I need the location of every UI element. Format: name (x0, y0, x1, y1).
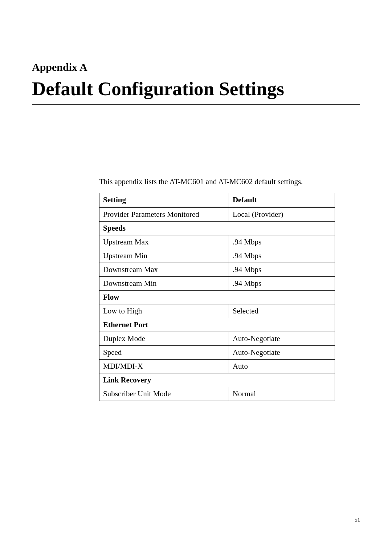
settings-table: Setting Default Provider Parameters Moni… (99, 193, 335, 401)
section-flow: Flow (99, 291, 335, 304)
cell-default: Normal (229, 387, 335, 401)
table-section-row: Speeds (99, 222, 335, 235)
cell-setting: Upstream Min (99, 249, 229, 263)
table-row: Downstream Min .94 Mbps (99, 277, 335, 291)
cell-setting: Low to High (99, 304, 229, 318)
cell-default: Auto-Negotiate (229, 346, 335, 360)
cell-setting: Provider Parameters Monitored (99, 207, 229, 222)
cell-setting: Speed (99, 346, 229, 360)
table-header-row: Setting Default (99, 193, 335, 207)
table-row: Downstream Max .94 Mbps (99, 263, 335, 277)
main-title: Default Configuration Settings (32, 78, 360, 105)
cell-setting: Downstream Min (99, 277, 229, 291)
cell-default: .94 Mbps (229, 277, 335, 291)
table-row: MDI/MDI-X Auto (99, 360, 335, 373)
cell-default: Local (Provider) (229, 207, 335, 222)
table-row: Subscriber Unit Mode Normal (99, 387, 335, 401)
table-section-row: Link Recovery (99, 373, 335, 387)
content-area: This appendix lists the AT-MC601 and AT-… (99, 177, 360, 401)
header-default: Default (229, 193, 335, 207)
cell-default: .94 Mbps (229, 249, 335, 263)
table-row: Upstream Min .94 Mbps (99, 249, 335, 263)
table-row: Provider Parameters Monitored Local (Pro… (99, 207, 335, 222)
cell-setting: Subscriber Unit Mode (99, 387, 229, 401)
appendix-label: Appendix A (32, 61, 360, 73)
page-container: Appendix A Default Configuration Setting… (0, 0, 392, 401)
table-row: Speed Auto-Negotiate (99, 346, 335, 360)
cell-setting: Duplex Mode (99, 332, 229, 346)
cell-setting: MDI/MDI-X (99, 360, 229, 373)
table-row: Low to High Selected (99, 304, 335, 318)
table-row: Upstream Max .94 Mbps (99, 235, 335, 249)
header-setting: Setting (99, 193, 229, 207)
cell-setting: Upstream Max (99, 235, 229, 249)
cell-default: .94 Mbps (229, 235, 335, 249)
section-speeds: Speeds (99, 222, 335, 235)
cell-default: .94 Mbps (229, 263, 335, 277)
page-number: 51 (355, 517, 360, 523)
section-link: Link Recovery (99, 373, 335, 387)
cell-setting: Downstream Max (99, 263, 229, 277)
section-ethernet: Ethernet Port (99, 318, 335, 332)
intro-text: This appendix lists the AT-MC601 and AT-… (99, 177, 360, 186)
cell-default: Auto (229, 360, 335, 373)
table-row: Duplex Mode Auto-Negotiate (99, 332, 335, 346)
cell-default: Selected (229, 304, 335, 318)
table-section-row: Flow (99, 291, 335, 304)
cell-default: Auto-Negotiate (229, 332, 335, 346)
table-section-row: Ethernet Port (99, 318, 335, 332)
